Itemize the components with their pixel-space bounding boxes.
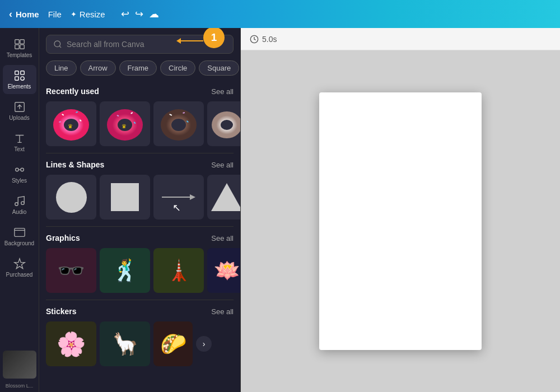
- svg-point-14: [54, 41, 60, 47]
- svg-point-10: [20, 168, 24, 171]
- svg-point-11: [15, 203, 18, 206]
- topbar-left: ‹ Home File ✦ Resize: [9, 8, 105, 20]
- list-item[interactable]: 🪷: [207, 248, 240, 293]
- blob-graphic: 🪷: [214, 258, 240, 283]
- redo-button[interactable]: ↪: [135, 8, 143, 20]
- triangle-shape: [211, 183, 240, 211]
- svg-text:♛: ♛: [122, 123, 127, 129]
- filter-tag-line[interactable]: Line: [46, 60, 77, 76]
- list-item[interactable]: 🌮: [153, 321, 193, 366]
- sidebar-item-text[interactable]: Text: [3, 128, 36, 157]
- svg-rect-4: [15, 71, 18, 74]
- filter-tags: Line Arrow Frame Circle Square ›: [39, 58, 240, 80]
- home-button[interactable]: ‹ Home: [9, 8, 39, 20]
- stickers-see-all[interactable]: See all: [211, 307, 234, 316]
- filter-tag-arrow[interactable]: Arrow: [80, 60, 116, 76]
- square-shape: [111, 183, 139, 211]
- resize-button[interactable]: ✦ Resize: [71, 10, 105, 19]
- icon-sidebar: Templates Elements Uploads Text: [0, 28, 39, 392]
- list-item[interactable]: 🕺: [100, 248, 150, 293]
- svg-rect-1: [20, 40, 24, 44]
- list-item[interactable]: [100, 175, 150, 220]
- canvas-page: [319, 92, 482, 350]
- topbar-actions: ↩ ↪ ☁: [121, 8, 159, 20]
- sidebar-item-uploads[interactable]: Uploads: [3, 96, 36, 125]
- stickers-next[interactable]: ›: [196, 336, 212, 352]
- section-separator-2: [46, 226, 234, 227]
- sidebar-item-purchased[interactable]: Purchased: [3, 253, 36, 282]
- sidebar-item-styles[interactable]: Styles: [3, 159, 36, 188]
- dancer-graphic: 🕺: [112, 258, 138, 283]
- section-separator-3: [46, 300, 234, 300]
- cloud-save-button[interactable]: ☁: [149, 8, 159, 20]
- lines-shapes-title: Lines & Shapes: [46, 160, 104, 169]
- recently-used-row: ♛: [46, 101, 234, 146]
- file-button[interactable]: File: [48, 10, 62, 19]
- graphics-title: Graphics: [46, 234, 80, 242]
- graphics-see-all[interactable]: See all: [211, 234, 234, 242]
- sidebar-item-templates[interactable]: Templates: [3, 34, 36, 63]
- list-item[interactable]: ↖: [153, 175, 204, 220]
- list-item[interactable]: [46, 175, 96, 220]
- list-item[interactable]: [207, 101, 240, 146]
- search-icon: [53, 40, 62, 49]
- lines-shapes-header-right: See all 2: [211, 161, 234, 169]
- stickers-section: Stickers See all 🌸 🦙 🌮 ›: [39, 302, 240, 371]
- flower-sticker: 🌸: [57, 330, 86, 358]
- sidebar-label-purchased: Purchased: [6, 272, 33, 278]
- list-item[interactable]: 🌸: [46, 321, 96, 366]
- svg-marker-36: [190, 194, 195, 200]
- canvas-time: 5.0s: [250, 35, 277, 44]
- graphics-row: 🕶️ 🕺 🗼 🪷 ›: [46, 248, 234, 293]
- recently-used-section: Recently used See all: [39, 82, 240, 151]
- cursor-icon: ↖: [172, 202, 181, 214]
- filter-tag-circle[interactable]: Circle: [160, 60, 195, 76]
- sidebar-thumbnail[interactable]: [3, 351, 36, 379]
- search-bar: 1: [39, 28, 240, 58]
- svg-point-29: [171, 119, 186, 131]
- topbar: ‹ Home File ✦ Resize ↩ ↪ ☁: [0, 0, 560, 28]
- svg-rect-3: [20, 45, 24, 49]
- graphics-header: Graphics See all: [46, 234, 234, 242]
- svg-point-12: [21, 202, 24, 205]
- list-item[interactable]: 🕶️: [46, 248, 96, 293]
- stickers-row: 🌸 🦙 🌮 ›: [46, 321, 234, 366]
- sidebar-item-audio[interactable]: Audio: [3, 190, 36, 220]
- stickers-header: Stickers See all: [46, 307, 234, 316]
- taco-sticker: 🌮: [160, 332, 186, 356]
- circle-shape: [56, 182, 87, 213]
- list-item[interactable]: ♛: [100, 101, 150, 146]
- list-item[interactable]: [153, 101, 204, 146]
- lines-shapes-section: Lines & Shapes See all 2: [39, 156, 240, 224]
- paris-graphic: 🗼: [166, 259, 192, 282]
- sidebar-item-elements[interactable]: Elements: [3, 65, 36, 94]
- list-item[interactable]: 🗼: [153, 248, 204, 293]
- svg-point-9: [15, 168, 18, 171]
- canvas-main[interactable]: [241, 50, 560, 392]
- svg-point-7: [20, 77, 24, 80]
- glasses-graphic: 🕶️: [57, 258, 85, 284]
- recently-used-see-all[interactable]: See all: [211, 87, 234, 96]
- svg-rect-5: [20, 71, 24, 74]
- pinata-sticker: 🦙: [112, 332, 138, 356]
- main-layout: Templates Elements Uploads Text: [0, 28, 560, 392]
- filter-tag-frame[interactable]: Frame: [119, 60, 157, 76]
- sidebar-label-text: Text: [14, 146, 24, 152]
- list-item[interactable]: ♛: [46, 101, 96, 146]
- svg-rect-2: [15, 45, 18, 49]
- canvas-area: 5.0s: [241, 28, 560, 392]
- list-item[interactable]: 🦙: [100, 321, 150, 366]
- lines-shapes-see-all[interactable]: See all: [211, 161, 234, 169]
- filter-tag-square[interactable]: Square: [199, 60, 239, 76]
- sidebar-item-background[interactable]: Background: [3, 222, 36, 251]
- svg-point-34: [221, 120, 233, 130]
- recently-used-title: Recently used: [46, 87, 99, 96]
- list-item[interactable]: [207, 175, 240, 220]
- sidebar-label-styles: Styles: [12, 178, 27, 184]
- stickers-title: Stickers: [46, 307, 76, 316]
- undo-button[interactable]: ↩: [121, 8, 129, 20]
- sidebar-label-background: Background: [4, 240, 34, 246]
- graphics-section: Graphics See all 🕶️ 🕺 🗼: [39, 229, 240, 297]
- sidebar-label-elements: Elements: [8, 83, 31, 90]
- lines-shapes-row: ↖ ›: [46, 175, 234, 220]
